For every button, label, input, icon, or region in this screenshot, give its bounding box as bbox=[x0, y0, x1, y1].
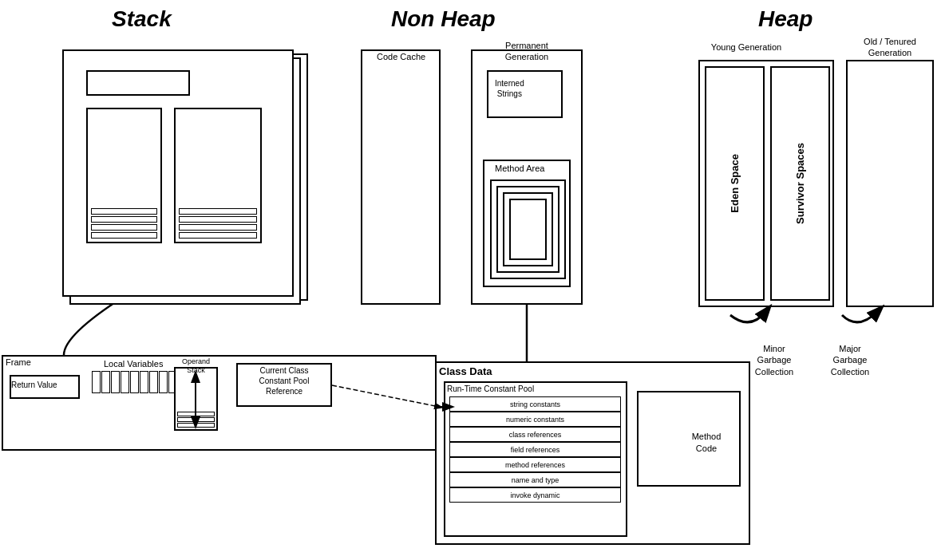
jvm-memory-diagram: Stack Non Heap Heap Thread Program Count… bbox=[0, 0, 945, 560]
method-code-label: MethodCode bbox=[654, 431, 758, 455]
old-generation-label: Old / TenuredGeneration bbox=[846, 36, 934, 59]
old-generation-box bbox=[846, 60, 934, 307]
pool-row-3: class references bbox=[449, 427, 621, 442]
stack-title: Stack bbox=[112, 6, 172, 32]
local-variables-grid bbox=[92, 371, 177, 393]
young-generation-label: Young Generation bbox=[698, 42, 794, 52]
pool-row-5: method references bbox=[449, 457, 621, 472]
pool-row-2: numeric constants bbox=[449, 412, 621, 427]
lv-cell-7 bbox=[149, 371, 158, 393]
frame-label: Frame bbox=[6, 357, 31, 367]
runtime-pool-label: Run-Time Constant Pool bbox=[447, 385, 534, 393]
code-cache-box bbox=[361, 49, 441, 305]
stack-inner-box bbox=[86, 108, 162, 243]
interned-strings-label: InternedStrings bbox=[495, 78, 524, 99]
permanent-generation-label: PermanentGeneration bbox=[483, 40, 571, 63]
frame-box bbox=[2, 355, 437, 451]
survivor-spaces-label-wrapper: Survivor Spaces bbox=[772, 66, 828, 301]
program-counter-box bbox=[86, 70, 190, 96]
lv-cell-4 bbox=[121, 371, 129, 393]
current-class-label: Current ClassConstant PoolReference bbox=[238, 365, 330, 396]
nonheap-title: Non Heap bbox=[391, 6, 496, 32]
pool-row-1: string constants bbox=[449, 396, 621, 412]
lv-cell-2 bbox=[101, 371, 110, 393]
eden-space-label-wrapper: Eden Space bbox=[706, 66, 763, 301]
method-area-label: Method Area bbox=[495, 164, 544, 173]
return-value-label: Return Value bbox=[11, 381, 57, 389]
minor-gc-label: MinorGarbageCollection bbox=[742, 343, 806, 377]
native-stack-box bbox=[174, 108, 262, 243]
method-area-nested-4 bbox=[509, 199, 547, 260]
lv-cell-3 bbox=[111, 371, 120, 393]
operand-stack-box bbox=[174, 367, 218, 431]
lv-cell-8 bbox=[159, 371, 168, 393]
lv-cell-6 bbox=[140, 371, 148, 393]
class-data-label: Class Data bbox=[439, 365, 492, 377]
code-cache-label: Code Cache bbox=[377, 52, 425, 61]
pool-row-7: invoke dynamic bbox=[449, 487, 621, 503]
local-variables-label: Local Variables bbox=[104, 359, 163, 369]
eden-space-label: Eden Space bbox=[729, 154, 741, 213]
survivor-spaces-label: Survivor Spaces bbox=[794, 143, 806, 224]
heap-title: Heap bbox=[758, 6, 813, 32]
lv-cell-5 bbox=[130, 371, 139, 393]
pool-row-6: name and type bbox=[449, 472, 621, 487]
pool-row-4: field references bbox=[449, 442, 621, 457]
major-gc-label: MajorGarbageCollection bbox=[818, 343, 882, 377]
operand-stack-label: OperandStack bbox=[174, 357, 218, 375]
lv-cell-1 bbox=[92, 371, 101, 393]
